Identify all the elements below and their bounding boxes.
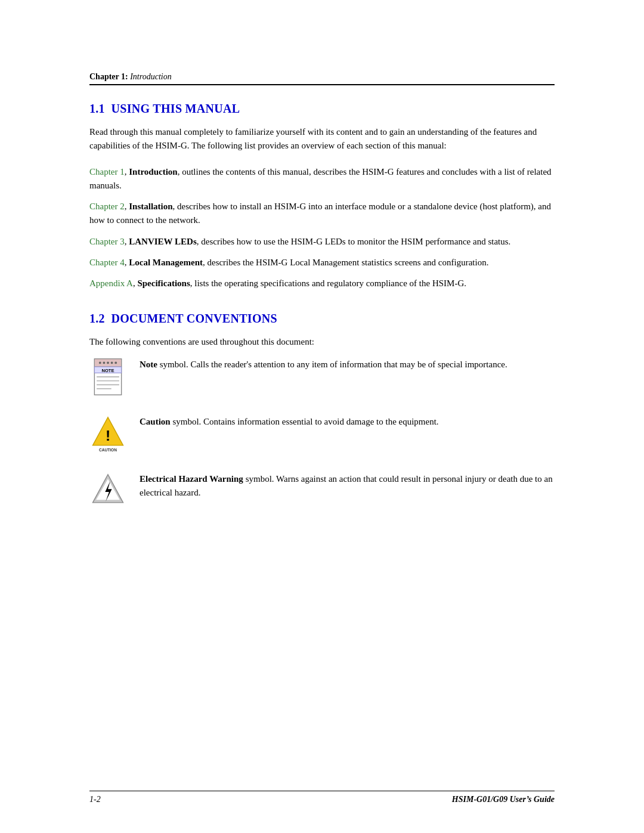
ref-link-ch1: Chapter 1 (89, 167, 125, 176)
chapter-ref-1: Chapter 1, Introduction, outlines the co… (89, 165, 555, 193)
svg-point-6 (114, 361, 117, 364)
ref-text-appendix: , lists the operating specifications and… (190, 278, 466, 288)
hazard-icon (91, 472, 125, 512)
svg-point-2 (99, 361, 101, 364)
caution-icon-wrapper: ! CAUTION (89, 415, 126, 454)
svg-point-5 (111, 361, 113, 364)
section-1-1-intro: Read through this manual completely to f… (89, 125, 555, 153)
ref-bold-ch2: Installation (129, 202, 172, 211)
ref-bold-ch1: Introduction (129, 167, 177, 176)
convention-hazard: Electrical Hazard Warning symbol. Warns … (89, 472, 555, 512)
svg-text:!: ! (106, 428, 110, 444)
note-bold: Note (140, 360, 157, 369)
ref-text-ch3: , describes how to use the HSIM-G LEDs t… (197, 237, 511, 246)
section-1-1-title: 1.1 USING THIS MANUAL (89, 102, 555, 116)
caution-convention-text: Caution symbol. Contains information ess… (140, 415, 439, 429)
chapter-ref-4: Chapter 4, Local Management, describes t… (89, 256, 555, 270)
svg-point-4 (107, 361, 109, 364)
hazard-convention-text: Electrical Hazard Warning symbol. Warns … (140, 472, 555, 500)
note-icon-wrapper: NOTE (89, 358, 126, 397)
footer-page-number: 1-2 (89, 795, 101, 804)
section-1-2-title: 1.2 DOCUMENT CONVENTIONS (89, 312, 555, 326)
caution-icon: ! CAUTION (91, 415, 125, 454)
footer-document-title: HSIM-G01/G09 User’s Guide (452, 795, 555, 804)
ref-bold-ch3: LANVIEW LEDs (129, 237, 197, 246)
page-footer: 1-2 HSIM-G01/G09 User’s Guide (89, 791, 555, 804)
ref-link-ch4: Chapter 4 (89, 258, 125, 267)
hazard-bold: Electrical Hazard Warning (140, 474, 243, 484)
chapter-ref-3: Chapter 3, LANVIEW LEDs, describes how t… (89, 235, 555, 249)
chapter-header-text: Chapter 1: Introduction (89, 72, 172, 81)
ref-link-ch3: Chapter 3 (89, 237, 125, 246)
svg-text:NOTE: NOTE (102, 367, 114, 373)
ref-bold-ch4: Local Management (129, 258, 203, 267)
chapter-ref-appendix: Appendix A, Specifications, lists the op… (89, 277, 555, 290)
chapter-header: Chapter 1: Introduction (89, 72, 555, 85)
ref-link-appendix: Appendix A (89, 278, 133, 288)
ref-link-ch2: Chapter 2 (89, 202, 125, 211)
hazard-icon-wrapper (89, 472, 126, 512)
convention-note: NOTE Note symbol. Calls the reader's att… (89, 358, 555, 397)
note-convention-text: Note symbol. Calls the reader's attentio… (140, 358, 507, 371)
section-document-conventions: 1.2 DOCUMENT CONVENTIONS The following c… (89, 312, 555, 511)
section-using-manual: 1.1 USING THIS MANUAL Read through this … (89, 102, 555, 290)
svg-text:CAUTION: CAUTION (99, 448, 117, 452)
section-1-2-intro: The following conventions are used throu… (89, 335, 555, 349)
note-icon: NOTE (91, 358, 125, 397)
caution-bold: Caution (140, 417, 171, 426)
convention-caution: ! CAUTION Caution symbol. Contains infor… (89, 415, 555, 454)
ref-text-ch4: , describes the HSIM-G Local Management … (203, 258, 488, 267)
chapter-ref-2: Chapter 2, Installation, describes how t… (89, 200, 555, 228)
svg-point-3 (103, 361, 106, 364)
ref-bold-appendix: Specifications (137, 278, 190, 288)
